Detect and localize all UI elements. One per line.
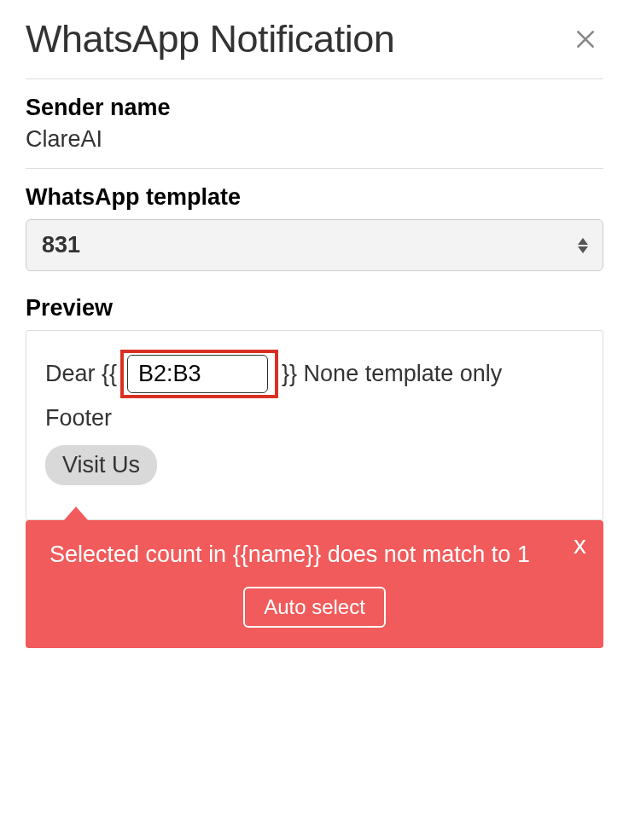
preview-suffix: }} None template only — [282, 356, 502, 391]
variable-input[interactable] — [127, 355, 268, 393]
preview-footer: Footer — [45, 405, 584, 432]
close-button[interactable] — [568, 23, 603, 55]
preview-label: Preview — [26, 295, 603, 322]
close-icon — [574, 21, 597, 57]
template-label: WhatsApp template — [26, 184, 603, 211]
error-tooltip: x Selected count in {{name}} does not ma… — [26, 520, 603, 648]
template-select-wrapper: 831 — [26, 219, 603, 271]
preview-line: Dear {{ }} None template only — [45, 350, 584, 398]
template-section: WhatsApp template 831 — [26, 184, 603, 271]
sender-section: Sender name ClareAI — [26, 95, 603, 153]
sender-value: ClareAI — [26, 126, 603, 153]
divider — [26, 168, 603, 169]
close-icon: x — [574, 530, 586, 559]
preview-prefix: Dear {{ — [45, 356, 117, 391]
auto-select-button[interactable]: Auto select — [243, 587, 386, 628]
modal-header: WhatsApp Notification — [26, 17, 603, 61]
sender-label: Sender name — [26, 95, 603, 121]
divider — [26, 78, 603, 79]
error-message: Selected count in {{name}} does not matc… — [50, 539, 579, 571]
error-close-button[interactable]: x — [574, 532, 586, 558]
template-select[interactable]: 831 — [26, 219, 603, 271]
preview-section: Preview Dear {{ }} None template only Fo… — [26, 295, 603, 648]
visit-us-button[interactable]: Visit Us — [45, 445, 157, 485]
variable-highlight — [120, 350, 278, 398]
preview-box: Dear {{ }} None template only Footer Vis… — [26, 330, 603, 520]
modal-title: WhatsApp Notification — [26, 17, 394, 61]
